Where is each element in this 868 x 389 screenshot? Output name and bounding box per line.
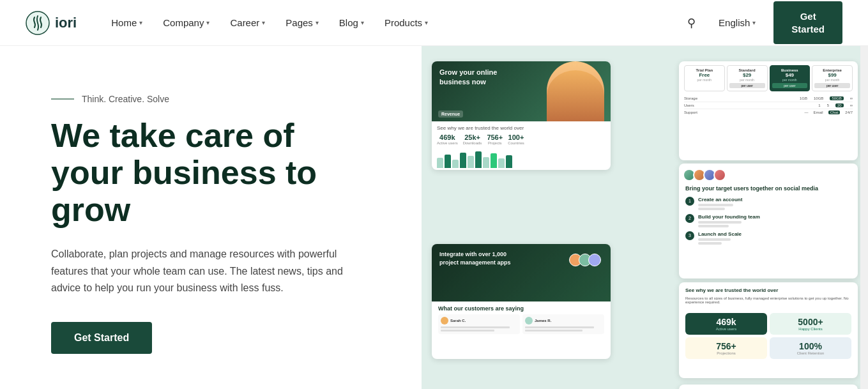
trust-stat-5000: 5000+ Happy Clients [770, 313, 851, 335]
preview-card-trust: See why we are trusted the world over Re… [679, 282, 858, 378]
chevron-down-icon: ▾ [206, 19, 209, 26]
step-num-2: 2 [685, 214, 694, 223]
pricing-tiers: Trial Plan Free per month Standard $29 p… [684, 65, 853, 91]
hero-left: Think. Creative. Solve We take care of y… [0, 46, 422, 389]
hero-cta-button[interactable]: Get Started [51, 322, 152, 354]
tier-standard: Standard $29 per month per user [727, 65, 768, 91]
social-steps: 1 Create an account 2 Build your foundin… [685, 197, 851, 245]
testimonials: Sarah C. James R. [438, 314, 604, 334]
feature-row-2: Users 1 5 20 ∞ [684, 102, 853, 109]
step-2-content: Build your founding team [698, 214, 760, 227]
nav-item-products[interactable]: Products ▾ [376, 12, 437, 33]
social-card-content: Bring your target users together on soci… [679, 164, 858, 250]
search-icon[interactable]: ⚲ [682, 11, 701, 35]
chevron-down-icon: ▾ [361, 19, 364, 26]
preview-card-pricing: Trial Plan Free per month Standard $29 p… [679, 61, 858, 160]
step-num-3: 3 [685, 231, 694, 240]
nav-item-pages[interactable]: Pages ▾ [277, 12, 328, 33]
nav-right: ⚲ English ▾ Get Started [682, 1, 842, 44]
grow-bottom-stats: See why we are trusted the world over 46… [432, 121, 611, 149]
hero-section: Think. Creative. Solve We take care of y… [0, 46, 868, 389]
project-avatars [572, 254, 601, 266]
tier-business: Business $49 per month per user [770, 65, 811, 91]
step-3-content: Launch and Scale [698, 231, 742, 245]
tier-enterprise: Enterprise $99 per month per user [812, 65, 853, 91]
pricing-tiers-container: Trial Plan Free per month Standard $29 p… [679, 61, 858, 119]
nav-links: Home ▾ Company ▾ Career ▾ Pages ▾ Blog ▾… [102, 12, 682, 33]
trust-stat-469k: 469k Active users [685, 313, 767, 335]
feature-row: Storage 1GB 10GB 50GB ∞ [684, 95, 853, 102]
get-started-button[interactable]: Get Started [773, 1, 842, 44]
chevron-down-icon: ▾ [139, 19, 142, 26]
mini-bar-chart [432, 149, 611, 171]
preview-card-project: Integrate with over 1,000 project manage… [432, 244, 611, 359]
person-illustration [547, 61, 604, 121]
hero-right: Grow your online business now Revenue Se… [422, 46, 868, 389]
stat-25k: 25k+ Downloads [463, 133, 482, 145]
avatar-group [685, 169, 851, 181]
logo-text: iori [55, 15, 77, 31]
grow-card-title: Grow your online business now [439, 68, 510, 88]
hero-eyebrow: Think. Creative. Solve [51, 94, 390, 104]
chevron-down-icon: ▾ [316, 19, 319, 26]
trust-stat-756: 756+ Projections [685, 337, 767, 359]
testimonial-1: Sarah C. [438, 314, 520, 334]
stat-469k: 469k Active users [437, 133, 458, 145]
project-image: Integrate with over 1,000 project manage… [432, 244, 611, 301]
social-title: Bring your target users together on soci… [685, 185, 851, 193]
trust-content: See why we are trusted the world over Re… [679, 282, 858, 364]
step-2: 2 Build your founding team [685, 214, 851, 227]
nav-item-home[interactable]: Home ▾ [102, 12, 151, 33]
step-num-1: 1 [685, 197, 694, 206]
business-card-content: Business can also be site [679, 385, 858, 389]
feature-row-3: Support — Email Chat 24/7 [684, 109, 853, 116]
grow-stats-row: Revenue [438, 111, 463, 118]
language-selector[interactable]: English ▾ [711, 12, 763, 33]
nav-item-company[interactable]: Company ▾ [154, 12, 218, 33]
chevron-down-icon: ▾ [262, 19, 265, 26]
preview-card-grow: Grow your online business now Revenue Se… [432, 61, 611, 170]
step-3: 3 Launch and Scale [685, 231, 851, 245]
stat-756: 756+ Projects [487, 133, 503, 145]
stat-100: 100+ Countries [508, 133, 524, 145]
chevron-down-icon: ▾ [752, 19, 756, 26]
eyebrow-line [51, 98, 74, 100]
tier-trial: Trial Plan Free per month [684, 65, 725, 91]
pricing-features: Storage 1GB 10GB 50GB ∞ Users 1 5 [684, 95, 853, 116]
preview-card-business: Business can also be site [679, 385, 858, 389]
scrollbar[interactable] [860, 0, 868, 389]
hero-heading: We take care of your business to grow [51, 117, 390, 229]
step-1: 1 Create an account [685, 197, 851, 210]
trust-stat-100pct: 100% Client Retention [770, 337, 851, 359]
navbar: iori Home ▾ Company ▾ Career ▾ Pages ▾ B… [0, 0, 868, 46]
preview-card-social: Bring your target users together on soci… [679, 164, 858, 278]
logo[interactable]: iori [26, 11, 77, 35]
trust-stats-grid: 469k Active users 5000+ Happy Clients 75… [685, 313, 851, 359]
nav-item-blog[interactable]: Blog ▾ [330, 12, 373, 33]
project-customers: What our customers are saying Sarah C. [432, 301, 611, 338]
trust-title: See why we are trusted the world over [685, 287, 851, 294]
nav-item-career[interactable]: Career ▾ [221, 12, 274, 33]
grow-numbers: 469k Active users 25k+ Downloads 756+ Pr… [437, 133, 605, 145]
hero-description: Collaborate, plan projects and manage re… [51, 246, 358, 296]
testimonial-2: James R. [522, 314, 604, 334]
chevron-down-icon: ▾ [425, 19, 428, 26]
step-1-content: Create an account [698, 197, 742, 210]
